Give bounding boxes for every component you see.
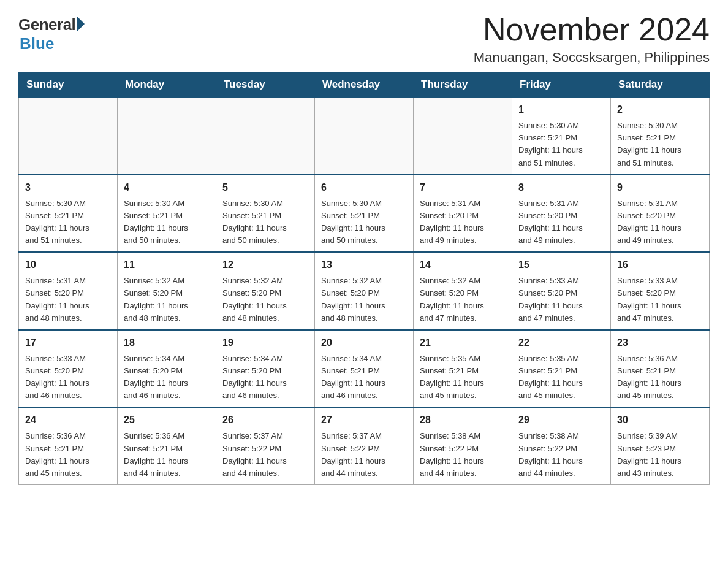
calendar-week-row: 24Sunrise: 5:36 AMSunset: 5:21 PMDayligh… <box>19 407 710 484</box>
calendar-day-cell: 13Sunrise: 5:32 AMSunset: 5:20 PMDayligh… <box>315 252 414 330</box>
day-info: Sunrise: 5:30 AMSunset: 5:21 PMDaylight:… <box>222 197 308 247</box>
calendar-day-cell: 6Sunrise: 5:30 AMSunset: 5:21 PMDaylight… <box>315 175 414 253</box>
day-info: Sunrise: 5:34 AMSunset: 5:20 PMDaylight:… <box>124 353 210 402</box>
day-number: 3 <box>25 180 111 195</box>
day-info: Sunrise: 5:31 AMSunset: 5:20 PMDaylight:… <box>420 197 506 247</box>
calendar-day-cell <box>216 98 315 175</box>
day-info: Sunrise: 5:30 AMSunset: 5:21 PMDaylight:… <box>124 197 210 247</box>
day-number: 5 <box>222 180 308 195</box>
day-info: Sunrise: 5:36 AMSunset: 5:21 PMDaylight:… <box>25 430 111 480</box>
calendar-day-cell: 24Sunrise: 5:36 AMSunset: 5:21 PMDayligh… <box>19 407 118 484</box>
day-number: 22 <box>518 335 604 350</box>
day-info: Sunrise: 5:38 AMSunset: 5:22 PMDaylight:… <box>518 430 604 480</box>
calendar-day-cell: 22Sunrise: 5:35 AMSunset: 5:21 PMDayligh… <box>512 330 611 408</box>
day-number: 17 <box>25 335 111 350</box>
day-number: 29 <box>518 413 604 427</box>
day-number: 6 <box>321 180 407 195</box>
calendar-day-cell: 27Sunrise: 5:37 AMSunset: 5:22 PMDayligh… <box>315 407 414 484</box>
column-header-friday: Friday <box>512 72 611 98</box>
calendar-day-cell: 3Sunrise: 5:30 AMSunset: 5:21 PMDaylight… <box>19 175 118 253</box>
day-number: 13 <box>321 258 407 272</box>
day-info: Sunrise: 5:33 AMSunset: 5:20 PMDaylight:… <box>25 353 111 402</box>
day-number: 8 <box>518 180 604 195</box>
calendar-day-cell <box>414 98 512 175</box>
day-number: 20 <box>321 335 407 350</box>
calendar-day-cell: 11Sunrise: 5:32 AMSunset: 5:20 PMDayligh… <box>118 252 216 330</box>
title-section: November 2024 Manuangan, Soccsksargen, P… <box>474 12 710 66</box>
calendar-week-row: 1Sunrise: 5:30 AMSunset: 5:21 PMDaylight… <box>19 98 710 175</box>
day-info: Sunrise: 5:32 AMSunset: 5:20 PMDaylight:… <box>222 275 308 324</box>
column-header-wednesday: Wednesday <box>315 72 414 98</box>
day-info: Sunrise: 5:31 AMSunset: 5:20 PMDaylight:… <box>617 197 703 247</box>
day-info: Sunrise: 5:39 AMSunset: 5:23 PMDaylight:… <box>617 430 703 480</box>
calendar-day-cell: 5Sunrise: 5:30 AMSunset: 5:21 PMDaylight… <box>216 175 315 253</box>
calendar-day-cell: 28Sunrise: 5:38 AMSunset: 5:22 PMDayligh… <box>414 407 512 484</box>
calendar-day-cell: 23Sunrise: 5:36 AMSunset: 5:21 PMDayligh… <box>611 330 710 408</box>
day-number: 16 <box>617 258 703 272</box>
column-header-saturday: Saturday <box>611 72 710 98</box>
day-number: 30 <box>617 413 703 427</box>
day-info: Sunrise: 5:35 AMSunset: 5:21 PMDaylight:… <box>518 353 604 402</box>
calendar-day-cell: 26Sunrise: 5:37 AMSunset: 5:22 PMDayligh… <box>216 407 315 484</box>
day-number: 9 <box>617 180 703 195</box>
column-header-sunday: Sunday <box>19 72 118 98</box>
logo-general-text: General <box>18 15 75 34</box>
day-number: 23 <box>617 335 703 350</box>
calendar-table: SundayMondayTuesdayWednesdayThursdayFrid… <box>18 72 710 485</box>
page-header: General Blue November 2024 Manuangan, So… <box>18 12 710 66</box>
day-number: 12 <box>222 258 308 272</box>
day-number: 19 <box>222 335 308 350</box>
day-info: Sunrise: 5:37 AMSunset: 5:22 PMDaylight:… <box>321 430 407 480</box>
day-number: 24 <box>25 413 111 427</box>
day-number: 1 <box>518 102 604 117</box>
day-info: Sunrise: 5:33 AMSunset: 5:20 PMDaylight:… <box>617 275 703 324</box>
day-number: 14 <box>420 258 506 272</box>
column-header-tuesday: Tuesday <box>216 72 315 98</box>
calendar-week-row: 17Sunrise: 5:33 AMSunset: 5:20 PMDayligh… <box>19 330 710 408</box>
day-number: 21 <box>420 335 506 350</box>
calendar-day-cell: 1Sunrise: 5:30 AMSunset: 5:21 PMDaylight… <box>512 98 611 175</box>
day-info: Sunrise: 5:34 AMSunset: 5:21 PMDaylight:… <box>321 353 407 402</box>
calendar-day-cell <box>315 98 414 175</box>
day-number: 10 <box>25 258 111 272</box>
day-info: Sunrise: 5:32 AMSunset: 5:20 PMDaylight:… <box>321 275 407 324</box>
calendar-day-cell: 30Sunrise: 5:39 AMSunset: 5:23 PMDayligh… <box>611 407 710 484</box>
day-info: Sunrise: 5:31 AMSunset: 5:20 PMDaylight:… <box>25 275 111 324</box>
day-info: Sunrise: 5:30 AMSunset: 5:21 PMDaylight:… <box>25 197 111 247</box>
calendar-day-cell: 29Sunrise: 5:38 AMSunset: 5:22 PMDayligh… <box>512 407 611 484</box>
calendar-day-cell: 8Sunrise: 5:31 AMSunset: 5:20 PMDaylight… <box>512 175 611 253</box>
calendar-day-cell: 17Sunrise: 5:33 AMSunset: 5:20 PMDayligh… <box>19 330 118 408</box>
day-info: Sunrise: 5:36 AMSunset: 5:21 PMDaylight:… <box>124 430 210 480</box>
logo-blue-text: Blue <box>20 34 54 53</box>
calendar-day-cell: 9Sunrise: 5:31 AMSunset: 5:20 PMDaylight… <box>611 175 710 253</box>
calendar-header-row: SundayMondayTuesdayWednesdayThursdayFrid… <box>19 72 710 98</box>
logo-triangle-icon <box>77 17 85 31</box>
day-info: Sunrise: 5:30 AMSunset: 5:21 PMDaylight:… <box>518 120 604 169</box>
calendar-day-cell <box>19 98 118 175</box>
day-number: 18 <box>124 335 210 350</box>
day-number: 4 <box>124 180 210 195</box>
calendar-week-row: 10Sunrise: 5:31 AMSunset: 5:20 PMDayligh… <box>19 252 710 330</box>
calendar-week-row: 3Sunrise: 5:30 AMSunset: 5:21 PMDaylight… <box>19 175 710 253</box>
day-number: 25 <box>124 413 210 427</box>
day-info: Sunrise: 5:34 AMSunset: 5:20 PMDaylight:… <box>222 353 308 402</box>
day-number: 26 <box>222 413 308 427</box>
calendar-day-cell: 16Sunrise: 5:33 AMSunset: 5:20 PMDayligh… <box>611 252 710 330</box>
day-info: Sunrise: 5:33 AMSunset: 5:20 PMDaylight:… <box>518 275 604 324</box>
calendar-day-cell: 20Sunrise: 5:34 AMSunset: 5:21 PMDayligh… <box>315 330 414 408</box>
calendar-day-cell: 12Sunrise: 5:32 AMSunset: 5:20 PMDayligh… <box>216 252 315 330</box>
day-info: Sunrise: 5:31 AMSunset: 5:20 PMDaylight:… <box>518 197 604 247</box>
calendar-day-cell: 25Sunrise: 5:36 AMSunset: 5:21 PMDayligh… <box>118 407 216 484</box>
calendar-day-cell: 14Sunrise: 5:32 AMSunset: 5:20 PMDayligh… <box>414 252 512 330</box>
calendar-day-cell <box>118 98 216 175</box>
calendar-day-cell: 7Sunrise: 5:31 AMSunset: 5:20 PMDaylight… <box>414 175 512 253</box>
day-number: 11 <box>124 258 210 272</box>
day-info: Sunrise: 5:32 AMSunset: 5:20 PMDaylight:… <box>124 275 210 324</box>
day-number: 28 <box>420 413 506 427</box>
location: Manuangan, Soccsksargen, Philippines <box>474 50 710 66</box>
day-info: Sunrise: 5:32 AMSunset: 5:20 PMDaylight:… <box>420 275 506 324</box>
day-number: 27 <box>321 413 407 427</box>
day-number: 7 <box>420 180 506 195</box>
calendar-day-cell: 15Sunrise: 5:33 AMSunset: 5:20 PMDayligh… <box>512 252 611 330</box>
calendar-day-cell: 21Sunrise: 5:35 AMSunset: 5:21 PMDayligh… <box>414 330 512 408</box>
